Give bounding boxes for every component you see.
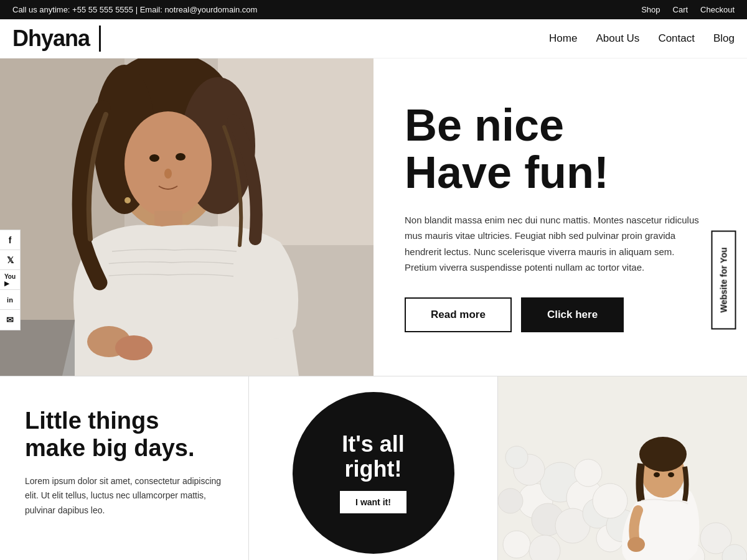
top-bar-links: Shop Cart Checkout (641, 5, 735, 14)
svg-point-9 (176, 153, 186, 161)
hero-title: Be nice Have fun! (405, 102, 716, 196)
main-nav: Home About Us Contact Blog (549, 32, 735, 45)
linkedin-icon[interactable]: in (0, 290, 20, 310)
svg-point-39 (668, 472, 674, 477)
svg-point-8 (149, 154, 159, 162)
shop-link[interactable]: Shop (641, 5, 660, 14)
site-logo[interactable]: Dhyana (12, 26, 101, 52)
bottom-left-panel: Little things make big days. Lorem ipsum… (0, 376, 249, 560)
read-more-button[interactable]: Read more (405, 297, 512, 332)
svg-point-13 (115, 335, 153, 360)
hero-content: Be nice Have fun! Non blandit massa enim… (374, 58, 747, 376)
site-header: Dhyana Home About Us Contact Blog (0, 19, 747, 58)
svg-point-24 (503, 531, 530, 558)
facebook-icon[interactable]: f (0, 230, 20, 250)
top-bar: Call us anytime: +55 55 555 5555 | Email… (0, 0, 747, 19)
svg-point-7 (125, 111, 212, 217)
bottom-heading: Little things make big days. (25, 408, 223, 462)
cart-link[interactable]: Cart (673, 5, 688, 14)
svg-point-26 (498, 488, 523, 513)
email-icon[interactable]: ✉ (0, 310, 20, 330)
hero-section: Be nice Have fun! Non blandit massa enim… (0, 58, 747, 376)
svg-point-38 (654, 472, 660, 477)
youtube-icon[interactable]: You▶ (0, 270, 20, 290)
circle-text: It's all right! (342, 432, 405, 481)
hero-buttons: Read more Click here (405, 297, 716, 332)
bottom-description: Lorem ipsum dolor sit amet, consectetur … (25, 474, 223, 517)
bottom-center-panel: It's all right! I want it! (249, 376, 498, 560)
bottom-section: Little things make big days. Lorem ipsum… (0, 376, 747, 560)
click-here-button[interactable]: Click here (521, 297, 624, 332)
hero-image (0, 58, 374, 376)
svg-point-10 (164, 169, 172, 179)
bottom-right-panel (498, 376, 747, 560)
website-for-you-tab[interactable]: Website for You (711, 230, 736, 329)
svg-point-31 (505, 446, 528, 469)
svg-point-30 (575, 459, 602, 487)
twitter-icon[interactable]: 𝕏 (0, 250, 20, 270)
hero-description: Non blandit massa enim nec dui nunc matt… (405, 212, 703, 276)
social-sidebar: f 𝕏 You▶ in ✉ (0, 230, 21, 330)
nav-about[interactable]: About Us (596, 32, 639, 45)
checkout-link[interactable]: Checkout (700, 5, 735, 14)
contact-info: Call us anytime: +55 55 555 5555 | Email… (12, 5, 257, 14)
i-want-it-button[interactable]: I want it! (340, 491, 406, 513)
svg-point-32 (593, 483, 627, 518)
nav-contact[interactable]: Contact (658, 32, 695, 45)
svg-point-40 (627, 537, 645, 552)
black-circle: It's all right! I want it! (293, 392, 454, 554)
svg-point-14 (125, 197, 131, 203)
svg-point-37 (639, 437, 687, 472)
nav-home[interactable]: Home (549, 32, 577, 45)
nav-blog[interactable]: Blog (713, 32, 735, 45)
